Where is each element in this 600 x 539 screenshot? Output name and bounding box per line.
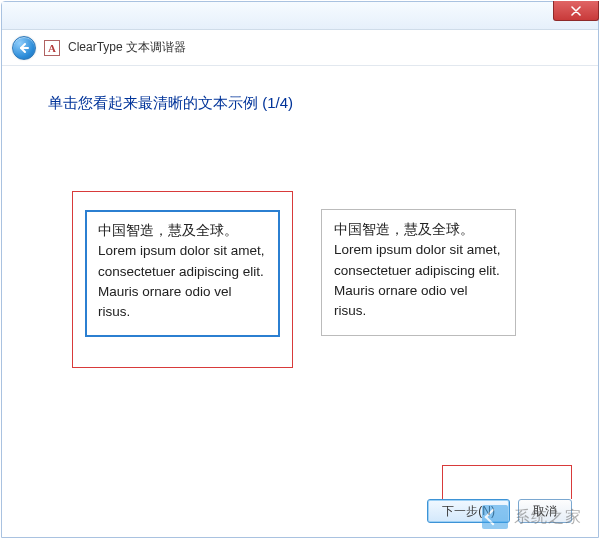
close-button[interactable] <box>553 1 599 21</box>
footer-highlight-box <box>442 465 572 499</box>
next-button[interactable]: 下一步(N) <box>427 499 510 523</box>
footer-area: 下一步(N) 取消 <box>427 465 572 523</box>
arrow-left-icon <box>18 42 30 54</box>
text-sample-1[interactable]: 中国智造，慧及全球。 Lorem ipsum dolor sit amet, c… <box>85 210 280 337</box>
content-area: 单击您看起来最清晰的文本示例 (1/4) 中国智造，慧及全球。 Lorem ip… <box>2 66 598 537</box>
app-title: ClearType 文本调谐器 <box>68 39 186 56</box>
sample-highlight-box: 中国智造，慧及全球。 Lorem ipsum dolor sit amet, c… <box>72 191 293 368</box>
title-bar <box>2 2 598 30</box>
text-sample-2[interactable]: 中国智造，慧及全球。 Lorem ipsum dolor sit amet, c… <box>321 209 516 336</box>
text-sample-row: 中国智造，慧及全球。 Lorem ipsum dolor sit amet, c… <box>38 191 562 368</box>
page-heading: 单击您看起来最清晰的文本示例 (1/4) <box>48 94 562 113</box>
close-icon <box>571 6 581 16</box>
sample-wrap: 中国智造，慧及全球。 Lorem ipsum dolor sit amet, c… <box>309 191 528 368</box>
back-button[interactable] <box>12 36 36 60</box>
app-icon: A <box>44 40 60 56</box>
cancel-button[interactable]: 取消 <box>518 499 572 523</box>
wizard-window: A ClearType 文本调谐器 单击您看起来最清晰的文本示例 (1/4) 中… <box>1 1 599 538</box>
header-bar: A ClearType 文本调谐器 <box>2 30 598 66</box>
